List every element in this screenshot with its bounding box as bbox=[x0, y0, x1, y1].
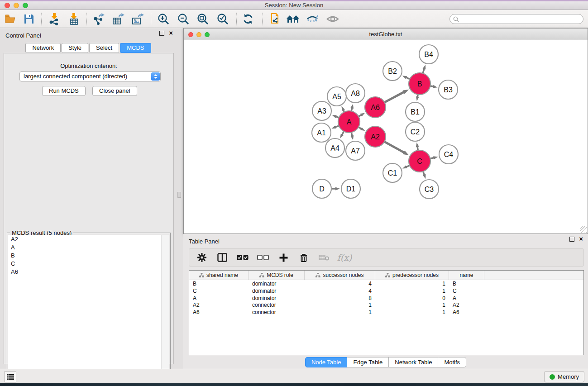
table-cell[interactable]: 1 bbox=[375, 287, 449, 295]
network-canvas[interactable]: ABCA2A6A1A3A4A5A7A8B1B2B3B4C1C2C3C4DD1 bbox=[184, 40, 587, 233]
float-table-panel-icon[interactable] bbox=[569, 237, 574, 242]
table-cell[interactable]: 8 bbox=[305, 295, 375, 302]
table-cell[interactable]: 0 bbox=[375, 295, 449, 302]
clone-network-button[interactable] bbox=[267, 12, 283, 26]
table-cell[interactable]: 1 bbox=[375, 309, 449, 316]
mcds-result-item[interactable]: A2 bbox=[8, 235, 162, 243]
close-table-panel-icon[interactable]: × bbox=[579, 235, 583, 243]
delete-table-button[interactable] bbox=[318, 251, 330, 264]
minimize-network-window-button[interactable] bbox=[196, 32, 201, 37]
two-homes-button[interactable] bbox=[285, 12, 301, 26]
tab-mcds[interactable]: MCDS bbox=[120, 43, 151, 53]
close-panel-icon[interactable]: × bbox=[169, 29, 173, 37]
export-table-button[interactable] bbox=[110, 12, 126, 26]
zoom-network-window-button[interactable] bbox=[205, 32, 210, 37]
close-network-window-button[interactable] bbox=[188, 32, 193, 37]
search-field[interactable] bbox=[449, 14, 583, 24]
table-row[interactable]: A2connector11A2 bbox=[189, 301, 583, 309]
table-row[interactable]: Cdominator41C bbox=[189, 287, 583, 295]
table-cell[interactable]: A2 bbox=[449, 301, 484, 309]
table-settings-button[interactable] bbox=[196, 251, 208, 264]
delete-column-button[interactable] bbox=[297, 251, 310, 264]
deselect-all-columns-button[interactable] bbox=[257, 251, 269, 264]
add-column-button[interactable] bbox=[277, 251, 290, 264]
table-row[interactable]: A6connector11A6 bbox=[189, 309, 583, 316]
show-panels-button[interactable] bbox=[5, 371, 16, 382]
table-cell[interactable]: 1 bbox=[305, 309, 375, 316]
tab-select[interactable]: Select bbox=[89, 43, 119, 53]
mcds-result-item[interactable]: A6 bbox=[8, 268, 162, 276]
divider-grip[interactable] bbox=[177, 192, 181, 198]
zoom-out-button[interactable] bbox=[175, 12, 191, 26]
tab-edge-table[interactable]: Edge Table bbox=[347, 357, 389, 367]
mcds-result-list[interactable]: A2ABCA6 bbox=[8, 235, 162, 386]
zoom-selected-button[interactable] bbox=[215, 12, 231, 26]
table-cell[interactable]: dominator bbox=[249, 295, 305, 302]
table-cell[interactable]: B bbox=[449, 280, 484, 287]
import-table-button[interactable] bbox=[66, 12, 82, 26]
close-panel-button[interactable]: Close panel bbox=[92, 86, 137, 96]
run-mcds-button[interactable]: Run MCDS bbox=[42, 86, 86, 96]
result-list-scrollbar[interactable] bbox=[161, 235, 169, 386]
criterion-select[interactable]: largest connected component (directed) bbox=[19, 71, 161, 81]
graph-edge[interactable] bbox=[384, 92, 405, 103]
table-cell[interactable]: 1 bbox=[375, 280, 449, 287]
table-cell[interactable]: connector bbox=[249, 301, 305, 309]
table-row[interactable]: Bdominator41B bbox=[189, 280, 583, 287]
mcds-result-item[interactable]: B bbox=[8, 251, 162, 259]
table-cell[interactable]: 4 bbox=[305, 287, 375, 295]
table-cell[interactable]: A bbox=[449, 295, 484, 302]
tab-style[interactable]: Style bbox=[62, 43, 88, 53]
import-network-button[interactable] bbox=[46, 12, 62, 26]
table-cell[interactable]: A bbox=[189, 295, 249, 302]
col-header-mcds-role[interactable]: MCDS role bbox=[249, 271, 305, 280]
memory-button[interactable]: Memory bbox=[544, 371, 584, 382]
table-cell[interactable]: A2 bbox=[189, 301, 249, 309]
table-cell[interactable]: dominator bbox=[249, 280, 305, 287]
table-cell[interactable]: 4 bbox=[305, 280, 375, 287]
table-cell[interactable]: 1 bbox=[305, 301, 375, 309]
tab-network-table[interactable]: Network Table bbox=[389, 357, 438, 367]
table-cell[interactable]: C bbox=[449, 287, 484, 295]
table-cell[interactable]: 1 bbox=[375, 301, 449, 309]
mcds-result-item[interactable]: A bbox=[8, 243, 162, 251]
col-header-successor-nodes[interactable]: successor nodes bbox=[305, 271, 375, 280]
table-cell[interactable]: dominator bbox=[249, 287, 305, 295]
window-resize-grip-icon[interactable] bbox=[580, 226, 587, 233]
node-table[interactable]: shared name MCDS role successor nodes pr… bbox=[189, 270, 584, 355]
zoom-fit-button[interactable] bbox=[195, 12, 211, 26]
zoom-in-button[interactable] bbox=[155, 12, 172, 26]
select-all-columns-button[interactable] bbox=[236, 251, 249, 264]
col-header-shared-name[interactable]: shared name bbox=[189, 271, 249, 280]
table-cell[interactable]: connector bbox=[249, 309, 305, 316]
eye-button[interactable] bbox=[325, 12, 341, 26]
col-header-name[interactable]: name bbox=[449, 271, 484, 280]
column-view-button[interactable] bbox=[216, 251, 229, 264]
panel-divider-vertical[interactable] bbox=[177, 28, 183, 367]
table-cell[interactable]: B bbox=[189, 280, 249, 287]
function-builder-button[interactable]: f(x) bbox=[338, 251, 351, 264]
col-header-predecessor-nodes[interactable]: predecessor nodes bbox=[375, 271, 449, 280]
half-eye-button[interactable] bbox=[304, 12, 320, 26]
tab-motifs[interactable]: Motifs bbox=[438, 357, 466, 367]
table-cell[interactable]: A6 bbox=[189, 309, 249, 316]
network-window-controls[interactable] bbox=[188, 32, 210, 37]
close-window-button[interactable] bbox=[5, 3, 10, 8]
export-network-button[interactable] bbox=[91, 12, 107, 26]
graph-edge[interactable] bbox=[383, 141, 404, 153]
network-window-titlebar[interactable]: testGlobe.txt bbox=[184, 29, 588, 40]
tab-network[interactable]: Network bbox=[25, 43, 61, 53]
table-cell[interactable]: A6 bbox=[449, 309, 484, 316]
tab-node-table[interactable]: Node Table bbox=[305, 357, 348, 367]
window-controls[interactable] bbox=[5, 3, 28, 8]
minimize-window-button[interactable] bbox=[14, 3, 19, 8]
table-row[interactable]: Adominator80A bbox=[189, 295, 583, 302]
open-session-button[interactable] bbox=[3, 12, 19, 26]
export-image-button[interactable] bbox=[129, 12, 146, 26]
zoom-window-button[interactable] bbox=[23, 3, 28, 8]
search-input[interactable] bbox=[461, 15, 583, 23]
save-session-button[interactable] bbox=[21, 12, 37, 26]
refresh-button[interactable] bbox=[240, 12, 256, 26]
mcds-result-item[interactable]: C bbox=[8, 260, 162, 268]
float-panel-icon[interactable] bbox=[159, 31, 164, 36]
